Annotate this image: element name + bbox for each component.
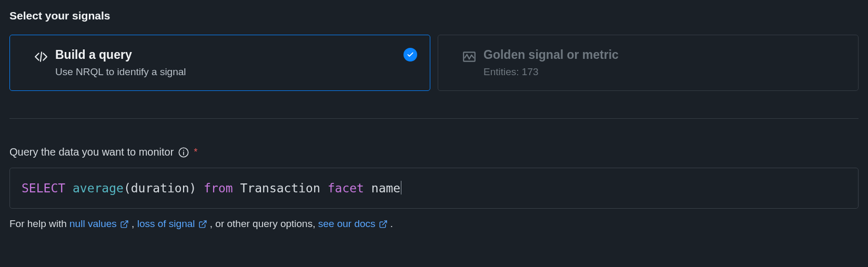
build-a-query-subtitle: Use NRQL to identify a signal — [55, 66, 415, 78]
loss-of-signal-link[interactable]: loss of signal — [137, 218, 207, 230]
svg-line-6 — [202, 221, 206, 225]
see-our-docs-link[interactable]: see our docs — [318, 218, 388, 230]
tok-arg: duration — [131, 181, 189, 195]
golden-signal-title: Golden signal or metric — [483, 48, 843, 62]
code-icon — [34, 50, 48, 64]
section-title: Select your signals — [9, 9, 859, 22]
svg-point-4 — [183, 149, 184, 150]
help-sep1: , — [132, 218, 137, 229]
query-field-label-text: Query the data you want to monitor — [9, 146, 174, 158]
divider — [9, 118, 859, 119]
tok-paren-open: ( — [124, 181, 131, 195]
tok-table: Transaction — [240, 181, 320, 195]
golden-signal-subtitle: Entities: 173 — [483, 66, 843, 78]
tok-col: name — [371, 181, 400, 195]
check-circle-icon — [403, 48, 417, 61]
help-text: For help with null values , loss of sign… — [9, 218, 859, 230]
tok-from: from — [204, 181, 233, 195]
tok-select: SELECT — [22, 181, 65, 195]
svg-line-0 — [41, 52, 42, 61]
external-link-icon — [379, 220, 388, 229]
text-caret — [401, 181, 401, 194]
nrql-query-input[interactable]: SELECT average(duration) from Transactio… — [9, 168, 859, 209]
external-link-icon — [198, 220, 207, 229]
svg-line-7 — [382, 221, 387, 225]
build-a-query-title: Build a query — [55, 48, 415, 62]
help-mid: , or other query options, — [210, 218, 318, 229]
tok-paren-close: ) — [189, 181, 197, 195]
required-asterisk: * — [194, 147, 197, 158]
info-icon[interactable] — [178, 147, 189, 158]
help-prefix: For help with — [9, 218, 69, 229]
activity-icon — [462, 50, 476, 64]
signal-option-cards: Build a query Use NRQL to identify a sig… — [9, 35, 859, 91]
query-field-label: Query the data you want to monitor * — [9, 146, 859, 158]
golden-signal-card[interactable]: Golden signal or metric Entities: 173 — [438, 35, 859, 91]
tok-facet: facet — [328, 181, 364, 195]
svg-line-5 — [124, 221, 128, 225]
null-values-link[interactable]: null values — [69, 218, 129, 230]
build-a-query-card[interactable]: Build a query Use NRQL to identify a sig… — [9, 35, 430, 91]
help-suffix: . — [390, 218, 393, 229]
null-values-link-text: null values — [69, 218, 117, 230]
external-link-icon — [120, 220, 129, 229]
loss-of-signal-link-text: loss of signal — [137, 218, 195, 230]
see-our-docs-link-text: see our docs — [318, 218, 376, 230]
tok-function: average — [73, 181, 124, 195]
